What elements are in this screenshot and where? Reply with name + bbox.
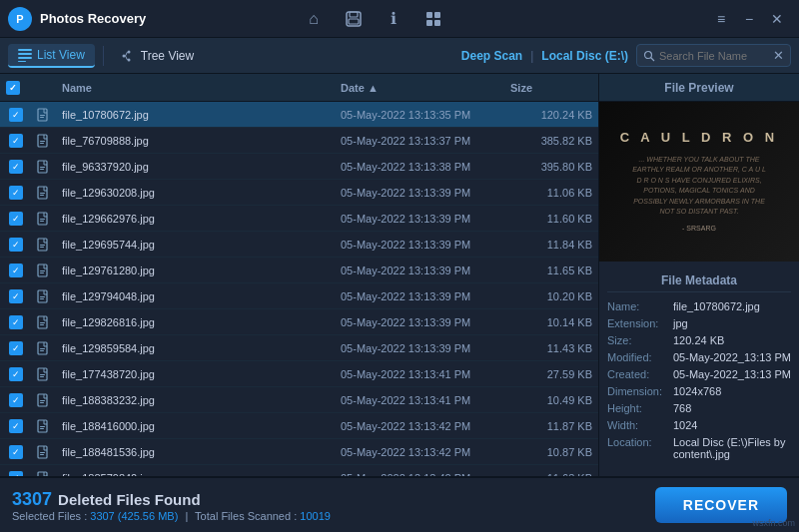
svg-rect-10 bbox=[18, 61, 26, 62]
row-checkbox[interactable]: ✓ bbox=[2, 264, 30, 277]
file-date: 05-May-2022 13:13:39 PM bbox=[337, 239, 506, 251]
meta-dimension: Dimension: 1024x768 bbox=[607, 385, 791, 397]
svg-rect-32 bbox=[40, 221, 44, 222]
table-row[interactable]: ✓ file_129630208.jpg 05-May-2022 13:13:3… bbox=[0, 180, 598, 206]
file-icon bbox=[30, 160, 58, 174]
table-row[interactable]: ✓ file_129859584.jpg 05-May-2022 13:13:3… bbox=[0, 335, 598, 361]
file-name: file_129662976.jpg bbox=[58, 213, 337, 225]
row-checkbox[interactable]: ✓ bbox=[2, 289, 30, 303]
file-checkbox[interactable]: ✓ bbox=[9, 393, 23, 407]
file-date: 05-May-2022 13:13:39 PM bbox=[337, 213, 506, 225]
meta-dimension-label: Dimension: bbox=[607, 385, 669, 397]
table-row[interactable]: ✓ file_129826816.jpg 05-May-2022 13:13:3… bbox=[0, 309, 598, 335]
file-icon bbox=[30, 108, 58, 122]
svg-line-15 bbox=[125, 56, 127, 60]
svg-rect-55 bbox=[40, 426, 45, 427]
table-row[interactable]: ✓ file_96337920.jpg 05-May-2022 13:13:38… bbox=[0, 154, 598, 180]
row-checkbox[interactable]: ✓ bbox=[2, 238, 30, 252]
row-checkbox[interactable]: ✓ bbox=[2, 212, 30, 226]
file-icon bbox=[30, 212, 58, 226]
row-checkbox[interactable]: ✓ bbox=[2, 315, 30, 329]
row-checkbox[interactable]: ✓ bbox=[2, 108, 30, 122]
search-clear-button[interactable]: ✕ bbox=[773, 48, 784, 63]
svg-rect-43 bbox=[40, 322, 45, 323]
file-checkbox[interactable]: ✓ bbox=[9, 315, 23, 329]
list-view-button[interactable]: List View bbox=[8, 44, 95, 68]
meta-created-label: Created: bbox=[607, 368, 669, 380]
file-checkbox[interactable]: ✓ bbox=[9, 367, 23, 381]
row-checkbox[interactable]: ✓ bbox=[2, 445, 30, 459]
file-checkbox[interactable]: ✓ bbox=[9, 264, 23, 277]
file-checkbox[interactable]: ✓ bbox=[9, 341, 23, 355]
file-checkbox[interactable]: ✓ bbox=[9, 238, 23, 252]
app-title: Photos Recovery bbox=[40, 11, 296, 26]
tree-view-button[interactable]: Tree View bbox=[112, 45, 204, 67]
local-disc-button[interactable]: Local Disc (E:\) bbox=[541, 49, 628, 63]
file-checkbox[interactable]: ✓ bbox=[9, 186, 23, 200]
row-checkbox[interactable]: ✓ bbox=[2, 393, 30, 407]
table-row[interactable]: ✓ file_10780672.jpg 05-May-2022 13:13:35… bbox=[0, 102, 598, 128]
file-checkbox[interactable]: ✓ bbox=[9, 160, 23, 174]
file-checkbox[interactable]: ✓ bbox=[9, 471, 23, 477]
file-size: 395.80 KB bbox=[506, 161, 596, 173]
table-row[interactable]: ✓ file_129662976.jpg 05-May-2022 13:13:3… bbox=[0, 206, 598, 232]
meta-modified-label: Modified: bbox=[607, 351, 669, 363]
search-box: ✕ bbox=[636, 44, 791, 67]
col-date[interactable]: Date ▲ bbox=[337, 82, 506, 94]
metadata-header: File Metadata bbox=[607, 269, 791, 292]
svg-rect-5 bbox=[426, 20, 432, 26]
table-row[interactable]: ✓ file_129761280.jpg 05-May-2022 13:13:3… bbox=[0, 258, 598, 283]
found-count: 3307 bbox=[12, 489, 52, 510]
close-button[interactable]: ✕ bbox=[763, 5, 791, 33]
info-nav-btn[interactable]: ℹ bbox=[376, 4, 411, 34]
row-checkbox[interactable]: ✓ bbox=[2, 367, 30, 381]
file-icon bbox=[30, 315, 58, 329]
file-checkbox[interactable]: ✓ bbox=[9, 445, 23, 459]
svg-rect-34 bbox=[40, 245, 45, 246]
file-checkbox[interactable]: ✓ bbox=[9, 419, 23, 433]
table-row[interactable]: ✓ file_188579840.jpg 05-May-2022 13:13:4… bbox=[0, 465, 598, 476]
row-checkbox[interactable]: ✓ bbox=[2, 471, 30, 477]
file-date: 05-May-2022 13:13:42 PM bbox=[337, 420, 506, 432]
row-checkbox[interactable]: ✓ bbox=[2, 341, 30, 355]
row-checkbox[interactable]: ✓ bbox=[2, 419, 30, 433]
file-size: 10.14 KB bbox=[506, 316, 596, 328]
table-row[interactable]: ✓ file_188383232.jpg 05-May-2022 13:13:4… bbox=[0, 387, 598, 413]
file-icon bbox=[30, 134, 58, 148]
file-checkbox[interactable]: ✓ bbox=[9, 289, 23, 303]
table-row[interactable]: ✓ file_177438720.jpg 05-May-2022 13:13:4… bbox=[0, 361, 598, 387]
table-row[interactable]: ✓ file_188481536.jpg 05-May-2022 13:13:4… bbox=[0, 439, 598, 465]
table-row[interactable]: ✓ file_76709888.jpg 05-May-2022 13:13:37… bbox=[0, 128, 598, 154]
file-name: file_188416000.jpg bbox=[58, 420, 337, 432]
col-name[interactable]: Name bbox=[58, 82, 337, 94]
search-input[interactable] bbox=[659, 50, 769, 62]
meta-size-label: Size: bbox=[607, 334, 669, 346]
file-size: 10.20 KB bbox=[506, 290, 596, 302]
file-size: 11.84 KB bbox=[506, 239, 596, 251]
file-name: file_129761280.jpg bbox=[58, 265, 337, 276]
file-checkbox[interactable]: ✓ bbox=[9, 134, 23, 148]
apps-nav-btn[interactable] bbox=[415, 4, 451, 34]
svg-rect-28 bbox=[40, 193, 45, 194]
col-check[interactable]: ✓ bbox=[2, 81, 30, 95]
row-checkbox[interactable]: ✓ bbox=[2, 160, 30, 174]
table-row[interactable]: ✓ file_129794048.jpg 05-May-2022 13:13:3… bbox=[0, 283, 598, 309]
meta-width: Width: 1024 bbox=[607, 419, 791, 431]
select-all-checkbox[interactable]: ✓ bbox=[6, 81, 20, 95]
file-checkbox[interactable]: ✓ bbox=[9, 108, 23, 122]
file-table-body[interactable]: ✓ file_10780672.jpg 05-May-2022 13:13:35… bbox=[0, 102, 598, 476]
svg-point-11 bbox=[122, 54, 125, 57]
file-icon bbox=[30, 289, 58, 303]
file-checkbox[interactable]: ✓ bbox=[9, 212, 23, 226]
deep-scan-button[interactable]: Deep Scan bbox=[461, 49, 522, 63]
save-nav-btn[interactable] bbox=[336, 4, 372, 34]
row-checkbox[interactable]: ✓ bbox=[2, 134, 30, 148]
minimize-button[interactable]: − bbox=[735, 5, 763, 33]
table-row[interactable]: ✓ file_188416000.jpg 05-May-2022 13:13:4… bbox=[0, 413, 598, 439]
table-row[interactable]: ✓ file_129695744.jpg 05-May-2022 13:13:3… bbox=[0, 232, 598, 258]
view-divider bbox=[103, 46, 104, 66]
menu-button[interactable]: ≡ bbox=[707, 5, 735, 33]
svg-rect-23 bbox=[40, 143, 44, 144]
home-nav-btn[interactable]: ⌂ bbox=[296, 4, 332, 34]
row-checkbox[interactable]: ✓ bbox=[2, 186, 30, 200]
